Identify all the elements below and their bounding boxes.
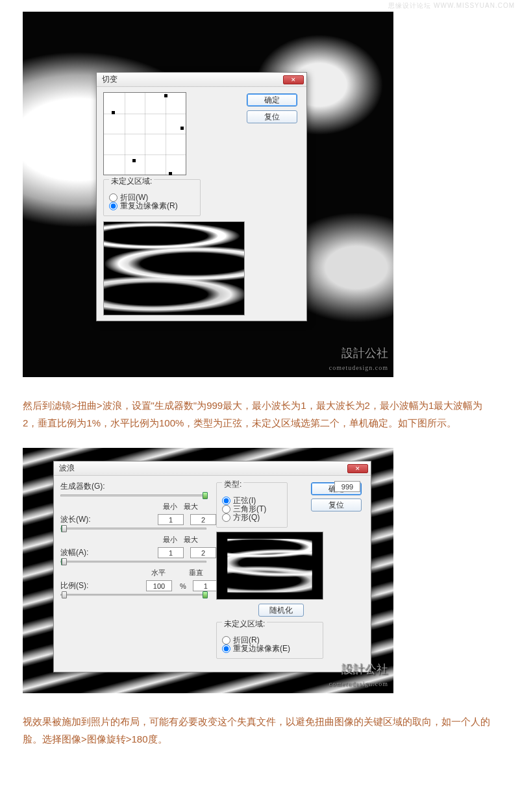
screenshot-wave: 波浪 ✕ 确定 复位 生成器数(G): 999 <box>23 448 393 693</box>
max-label: 最大 <box>184 502 198 511</box>
close-icon[interactable]: ✕ <box>283 75 304 84</box>
amplitude-label: 波幅(A): <box>60 547 112 558</box>
paragraph-2: 视效果被施加到照片的布局，可能有必要改变这个失真文件，以避免扭曲图像的关键区域的… <box>23 713 497 748</box>
wave-preview <box>216 532 323 600</box>
undefined-area-label: 未定义区域: <box>109 176 154 187</box>
generators-slider[interactable] <box>60 495 206 497</box>
reset-button[interactable]: 复位 <box>247 110 297 123</box>
dialog-title: 波浪 <box>59 463 75 474</box>
max-label: 最大 <box>184 535 198 545</box>
wave-dialog: 波浪 ✕ 确定 复位 生成器数(G): 999 <box>53 461 371 672</box>
pct-label: % <box>180 582 186 590</box>
shear-preview <box>103 221 245 315</box>
wavelength-max-input[interactable]: 2 <box>190 514 216 525</box>
repeat-edge-label: 重复边缘像素(E) <box>233 643 290 654</box>
wavelength-label: 波长(W): <box>60 514 112 525</box>
type-label: 类型: <box>222 479 243 490</box>
shear-dialog: 切变 ✕ 确定 复位 未定义区域: <box>96 72 307 321</box>
scale-slider[interactable] <box>60 594 206 596</box>
screenshot-shear: 切变 ✕ 确定 复位 未定义区域: <box>23 12 393 377</box>
image-watermark: 設計公社 cometudesign.com <box>329 663 388 689</box>
ok-button[interactable]: 确定 <box>247 93 297 106</box>
wavelength-slider[interactable] <box>60 528 206 530</box>
undefined-area-label: 未定义区域: <box>222 619 267 630</box>
vert-label: 垂直 <box>189 568 203 578</box>
shear-curve-grid[interactable] <box>103 92 186 175</box>
wavelength-min-input[interactable]: 1 <box>158 514 184 525</box>
min-label: 最小 <box>163 535 177 545</box>
repeat-edge-option[interactable]: 重复边缘像素(R) <box>109 201 195 212</box>
type-group: 类型: 正弦(I) 三角形(T) 方形(Q) <box>216 482 288 528</box>
undefined-area-group: 未定义区域: 折回(W) 重复边缘像素(R) <box>103 179 201 216</box>
generators-label: 生成器数(G): <box>60 481 112 492</box>
scale-label: 比例(S): <box>60 580 112 591</box>
paragraph-1: 然后到滤镜>扭曲>波浪，设置"生成器数"为999最大，最小波长为1，最大波长为2… <box>23 397 497 432</box>
scale-vert-input[interactable]: 1 <box>193 580 219 591</box>
amplitude-slider[interactable] <box>60 561 206 563</box>
amplitude-max-input[interactable]: 2 <box>190 547 216 558</box>
min-label: 最小 <box>163 502 177 511</box>
randomize-button[interactable]: 随机化 <box>258 604 304 617</box>
repeat-edge-option[interactable]: 重复边缘像素(E) <box>222 643 317 654</box>
image-watermark: 設計公社 cometudesign.com <box>329 347 388 373</box>
scale-horiz-input[interactable]: 100 <box>146 580 172 591</box>
horiz-label: 水平 <box>151 568 166 578</box>
page-watermark: 思缘设计论坛 WWW.MISSYUAN.COM <box>0 0 520 12</box>
dialog-title: 切变 <box>102 74 118 85</box>
dialog-titlebar: 切变 ✕ <box>97 73 306 87</box>
type-square-label: 方形(Q) <box>233 512 260 523</box>
type-square-option[interactable]: 方形(Q) <box>222 512 282 523</box>
undefined-area-group: 未定义区域: 折回(R) 重复边缘像素(E) <box>216 622 323 659</box>
article-body: 切变 ✕ 确定 复位 未定义区域: <box>0 12 520 777</box>
dialog-titlebar: 波浪 ✕ <box>54 461 371 476</box>
amplitude-min-input[interactable]: 1 <box>158 547 184 558</box>
close-icon[interactable]: ✕ <box>347 464 368 473</box>
repeat-edge-label: 重复边缘像素(R) <box>120 201 178 212</box>
